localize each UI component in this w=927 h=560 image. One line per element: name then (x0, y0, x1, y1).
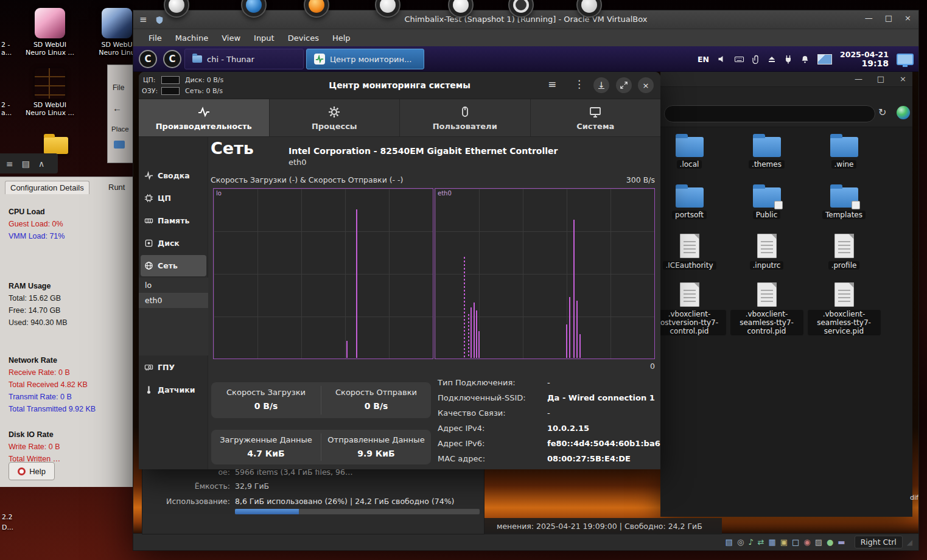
help-button[interactable]: Help (9, 462, 55, 480)
menu-machine[interactable]: Machine (169, 31, 215, 45)
status-icon-network[interactable]: ⇄ (758, 538, 764, 546)
desktop-icon-label: SD WebUI Neuro Linux ... (24, 101, 76, 117)
file-item[interactable]: .vboxclient-ostversion-tty7-control.pid (651, 281, 728, 361)
clock-widget[interactable]: 2025-04-21 19:18 (840, 51, 889, 68)
status-icon-usb[interactable]: ▦ (768, 538, 775, 546)
sidebar-item-disk[interactable]: Диск (141, 233, 206, 254)
interface-item-lo[interactable]: lo (139, 278, 208, 293)
tab-system[interactable]: Система (531, 99, 661, 136)
ram-total: Total: 15.62 GB (9, 294, 61, 303)
status-icon-display[interactable]: □ (792, 538, 799, 546)
thunar-titlebar[interactable]: — □ × (660, 72, 912, 87)
menu-view[interactable]: View (215, 31, 247, 45)
graph-label: lo (216, 190, 222, 197)
desktop-icon-sd-webui-1[interactable] (35, 8, 65, 38)
menu-help[interactable]: Help (326, 31, 357, 45)
menu-devices[interactable]: Devices (281, 31, 326, 45)
app-logo-icon[interactable]: C (139, 50, 157, 68)
status-icon-audio[interactable]: ♪ (748, 538, 753, 546)
collapse-icon[interactable]: ∧ (38, 159, 44, 169)
system-monitor-window: ЦП: ОЗУ: Диск: 0 B/s Сеть: 0 B/s Центр м… (139, 72, 660, 469)
minimize-icon[interactable]: — (855, 74, 862, 83)
status-icon-recording[interactable]: ◉ (803, 538, 810, 546)
help-icon (18, 467, 26, 475)
file-item[interactable]: .vboxclient-seamless-tty7-service.pid (805, 281, 883, 361)
power-plug-icon[interactable] (784, 55, 792, 64)
yellow-folder-icon[interactable] (44, 137, 68, 154)
sidebar-item-sensors[interactable]: Датчики (141, 379, 206, 401)
tab-runtime[interactable]: Runt (103, 181, 130, 194)
status-icon-keyboard[interactable]: ▬ (838, 538, 845, 546)
status-icon-shared-folders[interactable]: ▣ (780, 538, 788, 546)
file-item[interactable]: .vboxclient-seamless-tty7-control.pid (728, 281, 805, 361)
app-logo-icon[interactable]: C (163, 50, 181, 68)
status-icon-optical[interactable]: ◎ (737, 538, 744, 546)
file-item[interactable]: .themes (728, 131, 805, 182)
sidebar-item-summary[interactable]: Сводка (141, 165, 206, 186)
monitor-header[interactable]: ЦП: ОЗУ: Диск: 0 B/s Сеть: 0 B/s Центр м… (139, 72, 660, 99)
sidebar-item-gpu[interactable]: ГПУ (141, 357, 206, 378)
clipboard-icon[interactable] (752, 55, 760, 64)
sidebar-item-network[interactable]: Сеть (141, 255, 206, 276)
info-label: Тип Подключения: (438, 378, 516, 387)
taskbar-item-thunar[interactable]: chi - Thunar (184, 49, 304, 69)
host-file-manager-window[interactable]: File ← Place (107, 65, 134, 163)
eject-icon[interactable] (768, 55, 776, 63)
close-button[interactable]: × (638, 77, 654, 93)
tab-configuration-details[interactable]: Configuration Details (5, 181, 89, 194)
tab-performance[interactable]: Производительность (139, 99, 270, 136)
volume-icon[interactable] (717, 55, 726, 63)
file-item[interactable]: portsoft (651, 182, 728, 232)
desktop-icon-sd-webui-2[interactable] (102, 8, 132, 38)
keyboard-icon[interactable] (734, 55, 744, 63)
file-item[interactable]: .wine (805, 131, 883, 182)
screenshot-thumbnail[interactable] (817, 54, 832, 65)
menu-input[interactable]: Input (247, 31, 281, 45)
file-item[interactable]: .local (651, 131, 728, 182)
display-settings-icon[interactable] (897, 54, 914, 65)
status-icon-features[interactable]: ▨ (815, 538, 822, 546)
file-item[interactable]: Templates (805, 182, 883, 232)
tab-users[interactable]: Пользователи (400, 99, 531, 136)
tab-processes[interactable]: Процессы (270, 99, 401, 136)
network-globe-icon[interactable] (897, 106, 910, 119)
hamburger-menu-icon[interactable]: ≡ (548, 79, 556, 89)
desktop-icon-sd-webui-3[interactable] (35, 68, 65, 99)
emblem-icon (774, 201, 783, 209)
file-menu[interactable]: File (113, 83, 124, 92)
disk-icon (144, 239, 153, 248)
info-value: 10.0.2.15 (547, 424, 589, 433)
interface-name: lo (145, 281, 152, 290)
path-bar[interactable] (664, 105, 875, 122)
sidebar-item-memory[interactable]: Память (141, 210, 206, 231)
file-icon (680, 282, 699, 307)
taskbar-item-monitor[interactable]: Центр мониторин... (306, 49, 424, 69)
status-icon-mouse[interactable]: ● (827, 538, 833, 546)
file-item[interactable]: .ICEauthority (651, 232, 728, 281)
download-button[interactable]: ↓ (593, 77, 609, 93)
minimize-icon[interactable]: — (865, 13, 873, 23)
menu-icon[interactable]: ≡ (6, 159, 13, 169)
kebab-menu-icon[interactable]: ⋮ (574, 79, 584, 89)
places-label[interactable]: Place (111, 125, 129, 133)
maximize-icon[interactable]: □ (877, 74, 884, 83)
graph-legend: Скорость Загрузки (-) & Скорость Отправк… (211, 175, 403, 184)
status-icon-hdd[interactable]: ▤ (726, 538, 733, 546)
app-icon (380, 0, 396, 13)
interface-item-eth0[interactable]: eth0 (139, 293, 208, 308)
fullscreen-button[interactable] (616, 77, 632, 93)
menu-file[interactable]: File (142, 31, 169, 45)
keyboard-layout-indicator[interactable]: EN (698, 55, 709, 64)
notifications-bell-icon[interactable] (800, 55, 810, 64)
maximize-icon[interactable]: □ (885, 13, 892, 23)
close-icon[interactable]: × (900, 74, 906, 83)
file-item[interactable]: .inputrc (728, 232, 805, 281)
refresh-icon[interactable]: ↻ (878, 107, 886, 118)
sidebar-item-cpu[interactable]: ЦП (141, 187, 206, 209)
resize-grip[interactable]: ◢ (907, 538, 912, 547)
file-item[interactable]: Public (728, 182, 805, 232)
device-icon[interactable]: ▤ (22, 159, 30, 169)
file-item[interactable]: .profile (805, 232, 883, 281)
back-arrow-icon[interactable]: ← (113, 103, 122, 113)
close-icon[interactable]: × (904, 13, 911, 23)
